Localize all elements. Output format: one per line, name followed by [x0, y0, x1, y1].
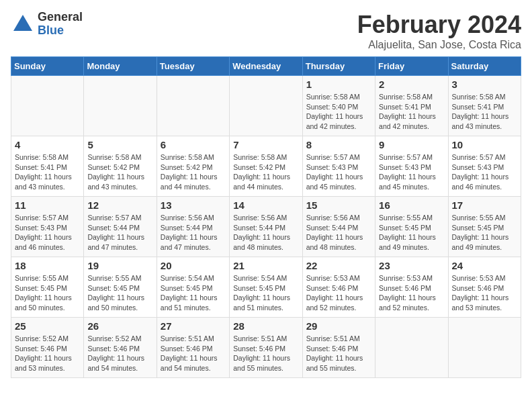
- day-info: Sunrise: 5:58 AM Sunset: 5:41 PM Dayligh…: [15, 152, 80, 192]
- calendar-day-cell: 9Sunrise: 5:57 AM Sunset: 5:43 PM Daylig…: [375, 136, 448, 197]
- weekday-header: Monday: [84, 57, 157, 76]
- day-number: 17: [452, 199, 517, 211]
- calendar-day-cell: 20Sunrise: 5:54 AM Sunset: 5:45 PM Dayli…: [157, 257, 229, 318]
- day-info: Sunrise: 5:52 AM Sunset: 5:46 PM Dayligh…: [15, 334, 80, 373]
- day-info: Sunrise: 5:57 AM Sunset: 5:44 PM Dayligh…: [87, 213, 152, 253]
- day-info: Sunrise: 5:55 AM Sunset: 5:45 PM Dayligh…: [87, 273, 152, 313]
- calendar-table: SundayMondayTuesdayWednesdayThursdayFrid…: [11, 56, 521, 378]
- weekday-header: Thursday: [302, 57, 375, 76]
- day-info: Sunrise: 5:53 AM Sunset: 5:46 PM Dayligh…: [379, 273, 444, 313]
- day-number: 29: [306, 320, 371, 332]
- calendar-day-cell: 11Sunrise: 5:57 AM Sunset: 5:43 PM Dayli…: [11, 197, 84, 257]
- day-number: 2: [379, 79, 444, 90]
- day-info: Sunrise: 5:57 AM Sunset: 5:43 PM Dayligh…: [15, 213, 80, 253]
- calendar-day-cell: 8Sunrise: 5:57 AM Sunset: 5:43 PM Daylig…: [302, 136, 375, 197]
- calendar-day-cell: 7Sunrise: 5:58 AM Sunset: 5:42 PM Daylig…: [230, 136, 302, 197]
- calendar-week-row: 18Sunrise: 5:55 AM Sunset: 5:45 PM Dayli…: [11, 257, 521, 318]
- day-info: Sunrise: 5:51 AM Sunset: 5:46 PM Dayligh…: [233, 334, 298, 373]
- day-number: 22: [306, 260, 371, 271]
- calendar-day-cell: 13Sunrise: 5:56 AM Sunset: 5:44 PM Dayli…: [157, 197, 229, 257]
- day-info: Sunrise: 5:57 AM Sunset: 5:43 PM Dayligh…: [379, 152, 444, 192]
- day-number: 6: [161, 139, 226, 150]
- page-header: General Blue February 2024 Alajuelita, S…: [11, 11, 521, 51]
- calendar-week-row: 1Sunrise: 5:58 AM Sunset: 5:40 PM Daylig…: [11, 76, 521, 136]
- calendar-day-cell: 19Sunrise: 5:55 AM Sunset: 5:45 PM Dayli…: [84, 257, 157, 318]
- day-number: 16: [379, 199, 444, 211]
- logo-icon: [11, 12, 35, 36]
- weekday-header: Friday: [375, 57, 448, 76]
- day-number: 25: [15, 320, 80, 332]
- calendar-day-cell: [84, 76, 157, 136]
- day-number: 4: [15, 139, 80, 150]
- calendar-day-cell: 25Sunrise: 5:52 AM Sunset: 5:46 PM Dayli…: [11, 318, 84, 378]
- calendar-day-cell: [230, 76, 302, 136]
- day-number: 13: [161, 199, 226, 211]
- weekday-header: Tuesday: [157, 57, 229, 76]
- calendar-day-cell: [375, 318, 448, 378]
- day-info: Sunrise: 5:51 AM Sunset: 5:46 PM Dayligh…: [161, 334, 226, 373]
- day-number: 28: [233, 320, 298, 332]
- calendar-day-cell: 26Sunrise: 5:52 AM Sunset: 5:46 PM Dayli…: [84, 318, 157, 378]
- calendar-day-cell: 10Sunrise: 5:57 AM Sunset: 5:43 PM Dayli…: [448, 136, 521, 197]
- day-info: Sunrise: 5:58 AM Sunset: 5:42 PM Dayligh…: [87, 152, 152, 192]
- weekday-header: Sunday: [11, 57, 84, 76]
- day-number: 26: [87, 320, 152, 332]
- title-block: February 2024 Alajuelita, San Jose, Cost…: [357, 11, 521, 51]
- calendar-day-cell: 28Sunrise: 5:51 AM Sunset: 5:46 PM Dayli…: [230, 318, 302, 378]
- calendar-day-cell: [157, 76, 229, 136]
- calendar-day-cell: 24Sunrise: 5:53 AM Sunset: 5:46 PM Dayli…: [448, 257, 521, 318]
- calendar-day-cell: 3Sunrise: 5:58 AM Sunset: 5:41 PM Daylig…: [448, 76, 521, 136]
- day-info: Sunrise: 5:55 AM Sunset: 5:45 PM Dayligh…: [452, 213, 517, 253]
- calendar-day-cell: 22Sunrise: 5:53 AM Sunset: 5:46 PM Dayli…: [302, 257, 375, 318]
- day-info: Sunrise: 5:58 AM Sunset: 5:42 PM Dayligh…: [161, 152, 226, 192]
- calendar-day-cell: 21Sunrise: 5:54 AM Sunset: 5:45 PM Dayli…: [230, 257, 302, 318]
- weekday-header-row: SundayMondayTuesdayWednesdayThursdayFrid…: [11, 57, 521, 76]
- day-number: 10: [452, 139, 517, 150]
- calendar-day-cell: 14Sunrise: 5:56 AM Sunset: 5:44 PM Dayli…: [230, 197, 302, 257]
- calendar-week-row: 25Sunrise: 5:52 AM Sunset: 5:46 PM Dayli…: [11, 318, 521, 378]
- day-info: Sunrise: 5:56 AM Sunset: 5:44 PM Dayligh…: [161, 213, 226, 253]
- day-info: Sunrise: 5:54 AM Sunset: 5:45 PM Dayligh…: [161, 273, 226, 313]
- day-info: Sunrise: 5:56 AM Sunset: 5:44 PM Dayligh…: [233, 213, 298, 253]
- day-info: Sunrise: 5:55 AM Sunset: 5:45 PM Dayligh…: [379, 213, 444, 253]
- calendar-day-cell: 27Sunrise: 5:51 AM Sunset: 5:46 PM Dayli…: [157, 318, 229, 378]
- day-info: Sunrise: 5:58 AM Sunset: 5:42 PM Dayligh…: [233, 152, 298, 192]
- calendar-day-cell: [448, 318, 521, 378]
- day-number: 5: [87, 139, 152, 150]
- weekday-header: Saturday: [448, 57, 521, 76]
- svg-marker-0: [13, 15, 32, 31]
- calendar-day-cell: [11, 76, 84, 136]
- calendar-day-cell: 2Sunrise: 5:58 AM Sunset: 5:41 PM Daylig…: [375, 76, 448, 136]
- day-number: 19: [87, 260, 152, 271]
- calendar-day-cell: 5Sunrise: 5:58 AM Sunset: 5:42 PM Daylig…: [84, 136, 157, 197]
- day-info: Sunrise: 5:52 AM Sunset: 5:46 PM Dayligh…: [87, 334, 152, 373]
- day-number: 23: [379, 260, 444, 271]
- location: Alajuelita, San Jose, Costa Rica: [357, 39, 521, 51]
- day-info: Sunrise: 5:58 AM Sunset: 5:40 PM Dayligh…: [306, 92, 371, 132]
- day-number: 20: [161, 260, 226, 271]
- logo: General Blue: [11, 11, 83, 38]
- weekday-header: Wednesday: [230, 57, 302, 76]
- calendar-day-cell: 16Sunrise: 5:55 AM Sunset: 5:45 PM Dayli…: [375, 197, 448, 257]
- day-info: Sunrise: 5:58 AM Sunset: 5:41 PM Dayligh…: [379, 92, 444, 132]
- calendar-day-cell: 1Sunrise: 5:58 AM Sunset: 5:40 PM Daylig…: [302, 76, 375, 136]
- day-info: Sunrise: 5:57 AM Sunset: 5:43 PM Dayligh…: [306, 152, 371, 192]
- calendar-day-cell: 6Sunrise: 5:58 AM Sunset: 5:42 PM Daylig…: [157, 136, 229, 197]
- calendar-day-cell: 15Sunrise: 5:56 AM Sunset: 5:44 PM Dayli…: [302, 197, 375, 257]
- day-info: Sunrise: 5:54 AM Sunset: 5:45 PM Dayligh…: [233, 273, 298, 313]
- calendar-day-cell: 12Sunrise: 5:57 AM Sunset: 5:44 PM Dayli…: [84, 197, 157, 257]
- day-number: 1: [306, 79, 371, 90]
- calendar-day-cell: 23Sunrise: 5:53 AM Sunset: 5:46 PM Dayli…: [375, 257, 448, 318]
- calendar-day-cell: 4Sunrise: 5:58 AM Sunset: 5:41 PM Daylig…: [11, 136, 84, 197]
- day-info: Sunrise: 5:51 AM Sunset: 5:46 PM Dayligh…: [306, 334, 371, 373]
- logo-blue: Blue: [38, 24, 83, 38]
- month-title: February 2024: [357, 11, 521, 39]
- day-number: 3: [452, 79, 517, 90]
- day-number: 15: [306, 199, 371, 211]
- day-info: Sunrise: 5:53 AM Sunset: 5:46 PM Dayligh…: [306, 273, 371, 313]
- day-number: 27: [161, 320, 226, 332]
- day-number: 8: [306, 139, 371, 150]
- calendar-week-row: 4Sunrise: 5:58 AM Sunset: 5:41 PM Daylig…: [11, 136, 521, 197]
- day-info: Sunrise: 5:58 AM Sunset: 5:41 PM Dayligh…: [452, 92, 517, 132]
- day-number: 14: [233, 199, 298, 211]
